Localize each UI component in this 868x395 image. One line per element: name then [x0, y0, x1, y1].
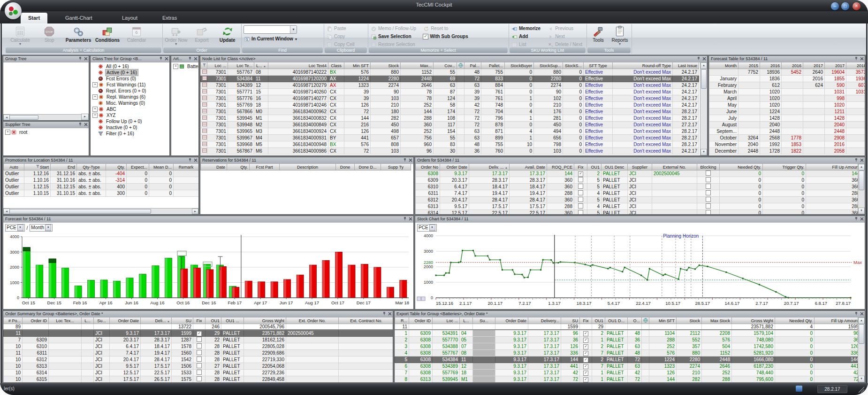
- row-marker-icon[interactable]: [202, 129, 207, 134]
- close-icon[interactable]: [860, 57, 864, 62]
- column-header[interactable]: OU1: [587, 164, 602, 170]
- column-header[interactable]: Su...: [94, 318, 110, 324]
- close-icon[interactable]: [84, 57, 88, 62]
- column-header[interactable]: StockS...: [563, 62, 584, 69]
- vertical-scrollbar[interactable]: ▲▼: [858, 164, 865, 214]
- class-tree-item-repl-warnings-6-[interactable]: +Repl. Warnings (6): [91, 94, 169, 100]
- column-header[interactable]: Fill Up Amount: [806, 164, 861, 170]
- column-header[interactable]: Supplier: [628, 164, 652, 170]
- column-header[interactable]: R...: [395, 318, 409, 324]
- table-row[interactable]: 106310JCI6.4.1718.4.17157828PALLET22805,…: [4, 343, 393, 350]
- column-header[interactable]: Gross Wght: [732, 318, 775, 324]
- funnel-icon[interactable]: [36, 165, 40, 170]
- column-header[interactable]: 2017: [825, 62, 846, 69]
- column-header[interactable]: Fcst Part: [250, 164, 280, 170]
- close-button[interactable]: ×: [853, 2, 860, 10]
- checkbox[interactable]: [706, 170, 711, 176]
- vertical-scrollbar[interactable]: ▲▼: [858, 318, 865, 382]
- table-row[interactable]: January1836201618551936: [709, 76, 865, 82]
- table-row[interactable]: 7301539968M53661834000948BX5768089608348…: [201, 141, 699, 148]
- close-icon[interactable]: [194, 159, 198, 163]
- calculate-button[interactable]: Calculate▼: [6, 24, 35, 47]
- column-header[interactable]: Order Date: [495, 318, 528, 324]
- column-header[interactable]: OU1: [206, 318, 221, 324]
- article-list-item-batter[interactable]: +Batter: [172, 63, 198, 70]
- row-marker-icon[interactable]: [202, 89, 207, 94]
- pin-icon[interactable]: [403, 159, 407, 163]
- expander-icon[interactable]: +: [92, 82, 98, 87]
- table-row[interactable]: 56308534384119.3.1717.3.17144✓2PALLET721…: [395, 356, 860, 363]
- column-header[interactable]: 2015: [739, 62, 760, 69]
- table-row[interactable]: 106315JCI17.5.1726.5.17157528PALLET22849…: [4, 376, 393, 383]
- checkbox[interactable]: [578, 203, 583, 209]
- checkbox[interactable]: ✓: [583, 377, 588, 382]
- class-tree-item-repl-errors-0-0-[interactable]: Repl. Errors (0 + 0): [91, 88, 169, 94]
- paste-button[interactable]: Paste: [325, 24, 356, 32]
- column-header[interactable]: StockSup...: [534, 62, 563, 69]
- table-row[interactable]: 7301539967M43661834000931BY4416577565563…: [201, 135, 699, 141]
- table-row[interactable]: 116311JCI7.4.1719.4.17156028PALLET22909,…: [4, 350, 393, 356]
- stop-button[interactable]: STOPStop: [35, 24, 64, 47]
- pin-icon[interactable]: [854, 312, 858, 317]
- column-header[interactable]: Last Issue: [673, 62, 699, 69]
- table-row[interactable]: 76308557769189.3.1717.3.1742✓1PALLET4212…: [395, 370, 860, 376]
- column-header[interactable]: Done D...: [355, 164, 381, 170]
- column-header[interactable]: SFT Type: [584, 62, 613, 69]
- checkbox[interactable]: ✓: [578, 171, 583, 177]
- checkbox[interactable]: [578, 190, 583, 195]
- checkbox[interactable]: ✓: [583, 364, 588, 369]
- close-icon[interactable]: [194, 57, 198, 62]
- tab-layout[interactable]: Layout: [114, 13, 145, 23]
- checkbox[interactable]: ✓: [583, 351, 588, 356]
- table-row[interactable]: 7301534384114016987120200AX1224228024486…: [201, 76, 699, 82]
- row-marker-icon[interactable]: [202, 70, 207, 75]
- column-header[interactable]: [642, 318, 649, 324]
- row-marker-icon[interactable]: [202, 148, 207, 154]
- column-header[interactable]: Min SFT: [344, 62, 371, 69]
- close-icon[interactable]: [860, 217, 864, 222]
- checkbox[interactable]: [197, 376, 202, 381]
- table-row[interactable]: Outlier1.12.1531.12.15abs. ± abs.40000: [4, 184, 199, 190]
- close-icon[interactable]: [409, 217, 412, 222]
- checkbox[interactable]: [197, 370, 202, 375]
- column-header[interactable]: Pallet...: [481, 62, 505, 69]
- table-row[interactable]: 1115992923571,88241595: [395, 324, 860, 330]
- column-header[interactable]: Fill Up Amount: [815, 318, 860, 324]
- class-tree-item-xyz[interactable]: +XYZ: [91, 112, 169, 118]
- column-header[interactable]: Needed Qty.: [775, 318, 815, 324]
- checkbox[interactable]: ✓: [583, 371, 588, 376]
- expander-icon[interactable]: +: [92, 113, 98, 118]
- column-header[interactable]: Order ID: [23, 318, 49, 324]
- table-row[interactable]: 86313539945M19.3.1717.3.1772✓1PALLET7214…: [395, 376, 860, 383]
- table-row[interactable]: 8913722246200545,796: [4, 324, 393, 330]
- column-header[interactable]: Stock: [371, 62, 401, 69]
- checkbox[interactable]: ✓: [583, 357, 588, 363]
- table-row[interactable]: 7301539945M13661834000832CX1442822881087…: [201, 115, 699, 122]
- close-icon[interactable]: [409, 159, 412, 163]
- table-row[interactable]: 630920.3.1728.3.1728.3.173605PALLETJCI00…: [416, 177, 861, 184]
- table-row[interactable]: August20402040: [709, 122, 865, 128]
- checkbox[interactable]: [706, 190, 711, 195]
- close-icon[interactable]: [84, 123, 88, 127]
- close-icon[interactable]: [165, 57, 168, 62]
- table-row[interactable]: 7301567866M03661834000962CX7218014417472…: [201, 108, 699, 115]
- column-header[interactable]: Max...: [401, 62, 434, 69]
- tab-gantt-chart[interactable]: Gantt-Chart: [58, 13, 99, 23]
- unit-select[interactable]: PCE▼: [5, 224, 25, 232]
- reset-to-button[interactable]: Reset to: [421, 24, 470, 32]
- table-row[interactable]: Outlier1.12.1631.12.16abs. ± abs.-40400: [4, 170, 199, 177]
- column-header[interactable]: Qty.: [106, 164, 127, 170]
- column-header[interactable]: L...: [460, 318, 473, 324]
- column-header[interactable]: 2016: [782, 62, 803, 69]
- checkbox[interactable]: ✓: [197, 331, 202, 336]
- table-row[interactable]: June12241211: [709, 108, 865, 115]
- table-row[interactable]: 63106.4.1718.4.1718.4.173605PALLETJCI003…: [416, 184, 861, 190]
- column-header[interactable]: OU1 ...: [221, 318, 244, 324]
- table-row[interactable]: 7301539965M33661834000924CX1264982521546…: [201, 128, 699, 135]
- column-header[interactable]: 2017: [803, 62, 825, 69]
- column-header[interactable]: Date: [201, 164, 227, 170]
- globe-icon[interactable]: [643, 319, 648, 324]
- table-row[interactable]: 7301539948M23661834000849CX2164503601177…: [201, 122, 699, 128]
- column-header[interactable]: StockBuyer: [505, 62, 534, 69]
- table-row[interactable]: 26308557770059.3.1717.3.1736✓1PALLET3628…: [395, 337, 860, 343]
